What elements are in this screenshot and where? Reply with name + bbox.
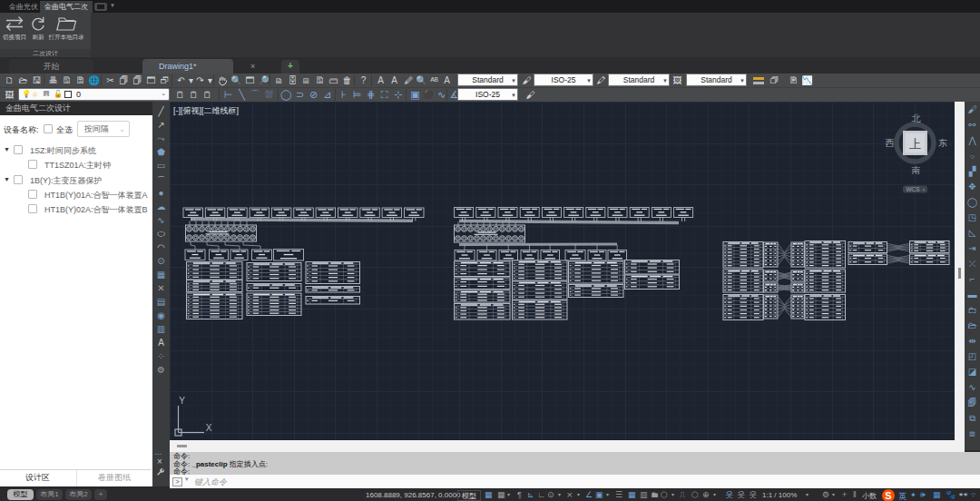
svg-text:东: 东 (938, 138, 947, 148)
svg-text:WCS: WCS (906, 186, 920, 192)
svg-text:南: 南 (912, 165, 921, 175)
svg-text:北: 北 (912, 113, 922, 123)
svg-text:西: 西 (886, 138, 895, 148)
svg-text:Y: Y (179, 396, 185, 406)
svg-text:上: 上 (909, 137, 921, 151)
svg-text:X: X (206, 423, 212, 433)
